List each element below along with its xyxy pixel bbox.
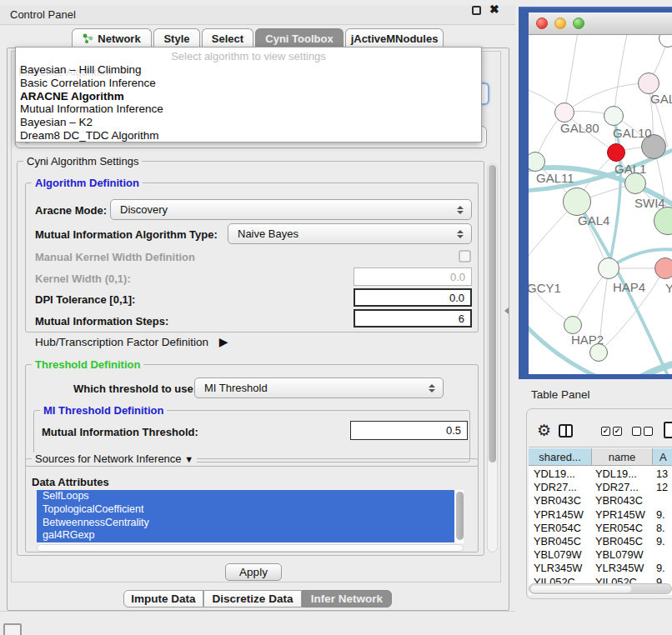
cell-name[interactable]: YLR345W: [592, 562, 653, 575]
network-node-gal80[interactable]: [554, 102, 574, 122]
cell-name[interactable]: YER054C: [592, 522, 653, 535]
cell-value[interactable]: 8.: [653, 522, 672, 535]
tab-network[interactable]: Network: [72, 28, 152, 48]
tab-impute-data[interactable]: Impute Data: [123, 590, 203, 608]
network-node-hap4[interactable]: [598, 258, 619, 279]
list-item-gal4rgexp[interactable]: gal4RGexp: [37, 529, 454, 542]
tab-cyni-toolbox[interactable]: Cyni Toolbox: [255, 28, 344, 48]
tab-select[interactable]: Select: [202, 28, 253, 48]
mi-threshold-field[interactable]: 0.5: [350, 421, 468, 440]
table-row[interactable]: YER054C YER054C 8.: [529, 522, 672, 535]
network-node-gal4[interactable]: [563, 188, 591, 216]
splitter-collapse-icon[interactable]: [504, 308, 509, 314]
table-row[interactable]: YPR145W YPR145W 9.: [529, 508, 672, 522]
close-traffic-light-icon[interactable]: [536, 18, 548, 29]
cell-name[interactable]: YDR27...: [592, 481, 653, 494]
network-icon: [83, 33, 93, 44]
network-node-selected-red[interactable]: [607, 143, 625, 162]
float-icon[interactable]: [472, 6, 481, 15]
popup-item-basic-correlation[interactable]: Basic Correlation Inference: [16, 77, 481, 90]
cell-value[interactable]: [653, 548, 672, 562]
split-columns-icon[interactable]: [559, 424, 573, 438]
attributes-scrollbar-thumb[interactable]: [456, 492, 464, 540]
cell-value[interactable]: 9.: [653, 562, 672, 575]
which-threshold-combo[interactable]: MI Threshold: [194, 378, 444, 398]
network-node-hap2[interactable]: [564, 316, 582, 334]
popup-item-dream8[interactable]: Dream8 DC_TDC Algorithm: [16, 129, 481, 142]
table-row[interactable]: YBR045C YBR045C 9.: [529, 535, 672, 548]
network-view-frame[interactable]: GAL GAL80 GAL10 GAL1 GAL11 SWI4 GAL4 GCY…: [519, 7, 672, 379]
combo-arrows-icon: [429, 384, 435, 392]
sources-group-title[interactable]: Sources for Network Inference ▼: [32, 452, 197, 465]
cell-shared-name[interactable]: YER054C: [529, 522, 592, 535]
deselect-all-icon-2[interactable]: [644, 427, 653, 436]
popup-item-mutual-information[interactable]: Mutual Information Inference: [16, 102, 481, 116]
list-item-betweennesscentrality[interactable]: BetweennessCentrality: [37, 517, 454, 530]
close-icon[interactable]: ✖: [489, 2, 499, 16]
table-hscrollbar-track[interactable]: [529, 583, 672, 594]
cell-value[interactable]: 9.: [653, 535, 672, 548]
hub-definition-toggle[interactable]: Hub/Transcription Factor Definition ▶: [35, 335, 228, 348]
table-row[interactable]: YBR043C YBR043C: [529, 494, 672, 508]
node-label-partial: Y: [665, 281, 672, 295]
table-row[interactable]: YBL079W YBL079W: [529, 548, 672, 562]
hub-definition-label: Hub/Transcription Factor Definition: [35, 336, 208, 348]
network-node-salmon[interactable]: [654, 258, 672, 279]
tab-discretize-data[interactable]: Discretize Data: [203, 590, 302, 608]
tab-jactivemnodules[interactable]: jActiveMNodules: [345, 28, 444, 48]
apply-button[interactable]: Apply: [225, 563, 282, 581]
cell-name[interactable]: YPR145W: [592, 508, 653, 522]
cell-name[interactable]: YBR045C: [592, 535, 653, 548]
deselect-all-icon[interactable]: [632, 427, 641, 436]
dpi-tolerance-field[interactable]: 0.0: [354, 288, 472, 307]
table-hscrollbar-thumb[interactable]: [531, 586, 631, 592]
network-window-titlebar[interactable]: [529, 12, 672, 35]
cell-value[interactable]: 12: [653, 481, 672, 494]
table-row[interactable]: YDL19... YDL19... 13: [529, 468, 672, 481]
tab-discretize-data-label: Discretize Data: [213, 592, 293, 605]
cell-shared-name[interactable]: YBR043C: [529, 494, 592, 508]
popup-item-aracne[interactable]: ARACNE Algorithm: [16, 90, 481, 103]
cell-shared-name[interactable]: YDL19...: [529, 468, 592, 481]
cell-name[interactable]: YBR043C: [592, 494, 653, 508]
column-header-label: A: [659, 451, 667, 463]
panel-bottom-edge: [0, 611, 515, 612]
cell-shared-name[interactable]: YDR27...: [529, 481, 592, 494]
document-icon[interactable]: [664, 422, 672, 438]
aracne-mode-combo[interactable]: Discovery: [110, 199, 472, 220]
attributes-hscrollbar[interactable]: [37, 544, 464, 552]
list-item-topologicalcoefficient[interactable]: TopologicalCoefficient: [37, 503, 454, 517]
tab-style[interactable]: Style: [153, 28, 200, 48]
cell-value[interactable]: [653, 494, 672, 508]
popup-item-bayesian-k2[interactable]: Bayesian – K2: [16, 116, 481, 129]
column-header-name[interactable]: name: [592, 448, 653, 466]
manual-kernel-checkbox[interactable]: [459, 250, 471, 262]
cell-shared-name[interactable]: YPR145W: [529, 508, 592, 522]
network-canvas[interactable]: GAL GAL80 GAL10 GAL1 GAL11 SWI4 GAL4 GCY…: [529, 35, 672, 374]
kernel-width-field[interactable]: 0.0: [354, 268, 472, 286]
cell-value[interactable]: 13: [653, 468, 672, 481]
table-row[interactable]: YLR345W YLR345W 9.: [529, 562, 672, 575]
tab-infer-network[interactable]: Infer Network: [302, 590, 392, 608]
minimized-panel-icon[interactable]: [3, 623, 22, 635]
node-label-gal80: GAL80: [560, 121, 599, 135]
column-header-partial[interactable]: A: [653, 448, 672, 466]
list-item-selfloops[interactable]: SelfLoops: [37, 490, 454, 503]
gear-icon[interactable]: ⚙: [537, 421, 551, 439]
cell-name[interactable]: YDL19...: [592, 468, 653, 481]
column-header-shared-name[interactable]: shared...: [529, 448, 592, 466]
select-all-icon-2[interactable]: ✓: [613, 427, 622, 436]
select-all-icon[interactable]: ✓: [601, 427, 610, 436]
cell-name[interactable]: YBL079W: [592, 548, 653, 562]
cell-value[interactable]: 9.: [653, 508, 672, 522]
mi-type-combo[interactable]: Naive Bayes: [228, 223, 472, 244]
settings-scrollbar-thumb[interactable]: [489, 165, 496, 462]
table-row[interactable]: YDR27... YDR27... 12: [529, 481, 672, 494]
network-node-gal10[interactable]: [604, 106, 624, 126]
mi-steps-field[interactable]: 6: [354, 309, 472, 328]
minimize-traffic-light-icon[interactable]: [554, 18, 566, 29]
zoom-traffic-light-icon[interactable]: [573, 18, 584, 29]
cell-shared-name[interactable]: YLR345W: [529, 562, 592, 575]
cell-shared-name[interactable]: YBL079W: [529, 548, 592, 562]
cell-shared-name[interactable]: YBR045C: [529, 535, 592, 548]
